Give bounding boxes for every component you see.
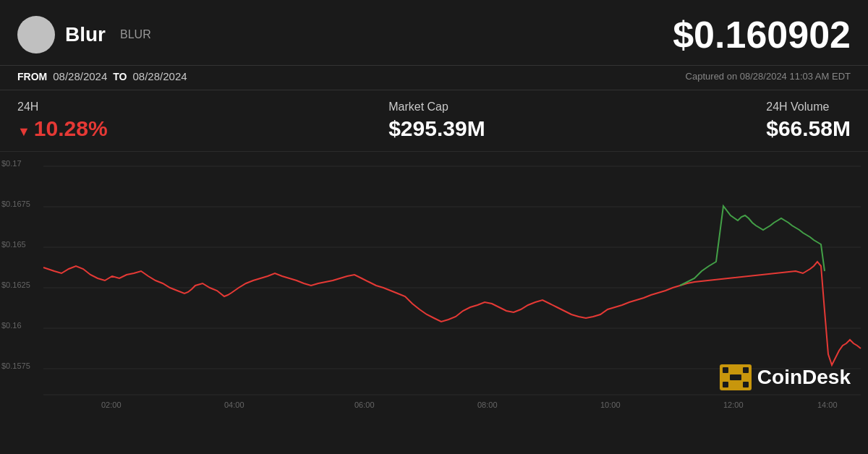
volume-label: 24H Volume <box>766 100 851 113</box>
volume-value: $66.58M <box>766 116 851 141</box>
stat-volume: 24H Volume $66.58M <box>766 100 851 141</box>
x-label-0200: 02:00 <box>101 401 122 409</box>
x-label-1200: 12:00 <box>723 401 744 409</box>
y-label-01675: $0.1675 <box>1 200 30 208</box>
page-header: Blur BLUR $0.160902 <box>0 0 868 65</box>
to-label: TO <box>113 71 127 82</box>
y-label-01625: $0.1625 <box>1 280 30 289</box>
change-value: 10.28% <box>17 116 108 141</box>
captured-timestamp: Captured on 08/28/2024 11:03 AM EDT <box>686 71 851 82</box>
market-cap-label: Market Cap <box>388 100 485 113</box>
y-label-0165: $0.165 <box>1 240 26 249</box>
from-label: FROM <box>17 71 47 82</box>
coin-ticker: BLUR <box>120 28 151 41</box>
stat-market-cap: Market Cap $295.39M <box>388 100 485 141</box>
date-range-row: FROM 08/28/2024 TO 08/28/2024 Captured o… <box>0 66 868 90</box>
date-range-left: FROM 08/28/2024 TO 08/28/2024 <box>17 70 187 82</box>
x-label-1400: 14:00 <box>817 401 838 409</box>
market-cap-value: $295.39M <box>388 116 485 141</box>
y-label-01575: $0.1575 <box>1 361 30 370</box>
coin-name: Blur <box>65 23 106 46</box>
from-date: 08/28/2024 <box>53 70 107 82</box>
svg-rect-11 <box>743 382 749 387</box>
coindesk-branding: CoinDesk <box>720 364 851 390</box>
svg-rect-9 <box>723 382 728 387</box>
x-label-0800: 08:00 <box>477 401 498 409</box>
coindesk-icon <box>720 364 752 390</box>
svg-rect-10 <box>743 367 749 373</box>
red-chart-line <box>43 262 861 365</box>
coindesk-label: CoinDesk <box>757 366 851 389</box>
svg-rect-12 <box>730 374 741 380</box>
stats-row: 24H 10.28% Market Cap $295.39M 24H Volum… <box>0 90 868 152</box>
coin-logo <box>17 16 55 53</box>
x-label-1000: 10:00 <box>600 401 621 409</box>
stat-24h-change: 24H 10.28% <box>17 100 108 141</box>
to-date: 08/28/2024 <box>133 70 187 82</box>
x-label-0600: 06:00 <box>354 401 375 409</box>
change-label: 24H <box>17 100 108 113</box>
y-label-0170: $0.17 <box>1 159 22 168</box>
svg-rect-8 <box>723 367 728 373</box>
current-price: $0.160902 <box>673 13 851 56</box>
price-chart: $0.17 $0.1675 $0.165 $0.1625 $0.16 $0.15… <box>0 152 868 412</box>
y-label-016: $0.16 <box>1 321 22 330</box>
coin-info: Blur BLUR <box>17 16 151 53</box>
x-label-0400: 04:00 <box>224 401 244 409</box>
